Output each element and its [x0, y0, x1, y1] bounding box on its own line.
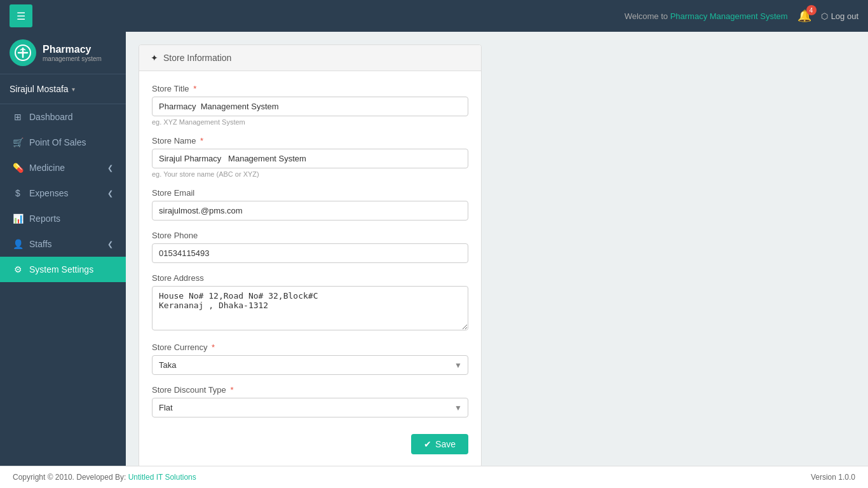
copyright-text: Copyright © 2010. Developed By:	[13, 473, 126, 482]
brand-sub: management system	[43, 55, 102, 62]
store-address-group: Store Address	[152, 273, 468, 332]
store-discount-wrapper: Flat Percentage ▼	[152, 398, 468, 417]
card-title: Store Information	[163, 53, 231, 63]
required-asterisk: *	[230, 385, 233, 395]
store-phone-label: Store Phone	[152, 231, 468, 240]
sidebar-item-label: Dashboard	[29, 112, 73, 122]
store-title-group: Store Title * eg. XYZ Management System	[152, 84, 468, 126]
welcome-text: Welcome to Pharmacy Management System	[625, 11, 788, 21]
store-phone-group: Store Phone	[152, 231, 468, 263]
main-content: ✦ Store Information Store Title * eg. XY…	[126, 32, 868, 488]
footer: Copyright © 2010. Developed By: Untitled…	[0, 466, 868, 488]
store-email-label: Store Email	[152, 188, 468, 198]
store-currency-group: Store Currency * Taka USD EUR ▼	[152, 342, 468, 375]
store-currency-select[interactable]: Taka USD EUR	[152, 355, 468, 375]
navbar: ☰ Welcome to Pharmacy Management System …	[0, 0, 868, 32]
reports-icon: 📊	[13, 214, 23, 224]
plus-icon: ✦	[151, 53, 158, 63]
brand-name: Pharmacy	[43, 44, 102, 55]
notification-icon[interactable]: 🔔 4	[797, 9, 811, 23]
sidebar-item-system-settings[interactable]: ⚙ System Settings	[0, 257, 126, 282]
form-footer: ✔ Save	[152, 428, 468, 454]
logo-text: Pharmacy management system	[43, 44, 102, 62]
sidebar-item-label: System Settings	[29, 264, 93, 274]
hamburger-icon: ☰	[17, 10, 25, 22]
store-title-label: Store Title *	[152, 84, 468, 93]
save-label: Save	[435, 439, 456, 449]
medicine-arrow-icon: ❮	[107, 164, 113, 172]
store-address-input[interactable]	[152, 286, 468, 330]
store-email-group: Store Email	[152, 188, 468, 220]
store-info-card: ✦ Store Information Store Title * eg. XY…	[139, 44, 482, 468]
store-name-group: Store Name * eg. Your store name (ABC or…	[152, 136, 468, 178]
footer-left: Copyright © 2010. Developed By: Untitled…	[13, 473, 196, 482]
developer-link[interactable]: Untitled IT Solutions	[128, 473, 196, 482]
sidebar: Pharmacy management system Sirajul Mosta…	[0, 32, 126, 488]
sidebar-item-label: Staffs	[29, 239, 52, 249]
dashboard-icon: ⊞	[13, 112, 23, 122]
user-caret-icon: ▾	[72, 86, 75, 93]
card-body: Store Title * eg. XYZ Management System …	[139, 71, 481, 467]
store-title-hint: eg. XYZ Management System	[152, 118, 468, 126]
username-label: Sirajul Mostafa	[10, 84, 69, 94]
sidebar-item-dashboard[interactable]: ⊞ Dashboard	[0, 104, 126, 130]
sidebar-item-label: Medicine	[29, 163, 65, 173]
expenses-arrow-icon: ❮	[107, 189, 113, 198]
medicine-icon: 💊	[13, 163, 23, 173]
logout-icon: ⬡	[821, 11, 828, 21]
store-address-label: Store Address	[152, 273, 468, 283]
user-section: Sirajul Mostafa ▾	[0, 74, 126, 104]
store-name-label: Store Name *	[152, 136, 468, 146]
required-asterisk: *	[193, 84, 196, 93]
store-name-hint: eg. Your store name (ABC or XYZ)	[152, 170, 468, 178]
sidebar-item-expenses[interactable]: $ Expenses ❮	[0, 180, 126, 206]
pos-icon: 🛒	[13, 137, 23, 147]
navbar-toggle-button[interactable]: ☰	[10, 4, 32, 27]
required-asterisk: *	[200, 136, 203, 146]
store-email-input[interactable]	[152, 201, 468, 220]
store-name-input[interactable]	[152, 149, 468, 168]
logout-button[interactable]: ⬡ Log out	[821, 11, 858, 21]
expenses-icon: $	[13, 188, 23, 198]
settings-icon: ⚙	[13, 264, 23, 274]
staffs-icon: 👤	[13, 239, 23, 249]
sidebar-item-reports[interactable]: 📊 Reports	[0, 206, 126, 231]
store-title-input[interactable]	[152, 97, 468, 116]
store-currency-label: Store Currency *	[152, 342, 468, 352]
logout-label: Log out	[831, 11, 858, 21]
store-discount-select[interactable]: Flat Percentage	[152, 398, 468, 417]
checkmark-icon: ✔	[424, 439, 431, 449]
staffs-arrow-icon: ❮	[107, 240, 113, 248]
sidebar-item-label: Point Of Sales	[29, 137, 86, 147]
nav-menu: ⊞ Dashboard 🛒 Point Of Sales 💊 Medicine …	[0, 104, 126, 282]
sidebar-item-point-of-sales[interactable]: 🛒 Point Of Sales	[0, 130, 126, 155]
card-header: ✦ Store Information	[139, 45, 481, 71]
sidebar-item-staffs[interactable]: 👤 Staffs ❮	[0, 231, 126, 257]
sidebar-item-label: Reports	[29, 214, 60, 224]
save-button[interactable]: ✔ Save	[411, 434, 468, 454]
footer-version: Version 1.0.0	[811, 473, 855, 482]
sidebar-item-label: Expenses	[29, 188, 68, 198]
required-asterisk: *	[212, 342, 215, 352]
store-discount-group: Store Discount Type * Flat Percentage ▼	[152, 385, 468, 417]
logo-icon	[10, 39, 36, 66]
logo-section: Pharmacy management system	[0, 32, 126, 74]
sidebar-item-medicine[interactable]: 💊 Medicine ❮	[0, 155, 126, 180]
username[interactable]: Sirajul Mostafa ▾	[10, 84, 116, 94]
navbar-right: Welcome to Pharmacy Management System 🔔 …	[625, 9, 858, 23]
store-currency-wrapper: Taka USD EUR ▼	[152, 355, 468, 375]
store-discount-label: Store Discount Type *	[152, 385, 468, 395]
notification-badge: 4	[806, 5, 817, 15]
store-phone-input[interactable]	[152, 243, 468, 263]
